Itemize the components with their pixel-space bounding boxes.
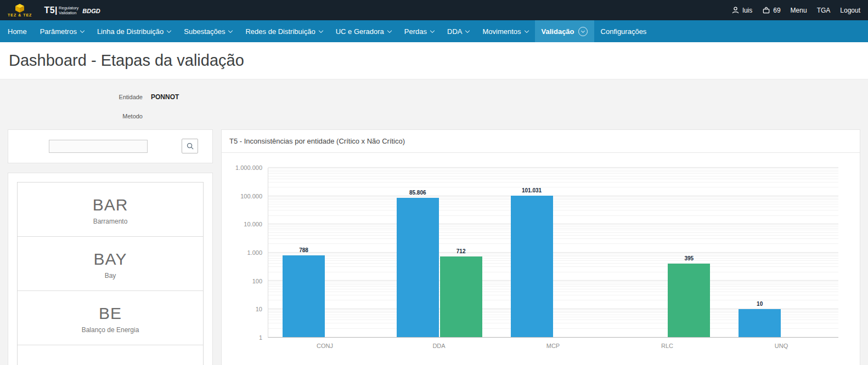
metodo-label: Metodo	[0, 113, 143, 119]
nav-item-label: Redes de Distribuição	[245, 27, 315, 36]
chevron-down-icon	[318, 28, 323, 32]
nav-item-label: Configurações	[601, 27, 647, 36]
page-title: Dashboard - Etapas da validação	[9, 52, 244, 70]
chart-plot: 78885.806712101.03139510	[268, 168, 838, 338]
nav-item-label: Movimentos	[482, 27, 521, 36]
bar-value-label: 10	[757, 301, 763, 307]
entity-list-card: BARBarramentoBAYBayBEBalanço de Energia	[8, 173, 213, 365]
menu-button[interactable]: Menu	[791, 7, 807, 14]
chart-title: T5 - Inconsistências por entidade (Críti…	[222, 130, 860, 153]
nav-item-redes-de-distribuicao[interactable]: Redes de Distribuição	[239, 20, 329, 42]
product-subtitle: Regulatory Validation	[59, 5, 78, 15]
entity-item-bay[interactable]: BAYBay	[18, 237, 203, 291]
chart-card: T5 - Inconsistências por entidade (Críti…	[221, 129, 860, 365]
nav-item-label: UC e Geradora	[336, 27, 384, 36]
nav-item-label: Home	[8, 27, 27, 36]
nav-item-linha-de-distribuicao[interactable]: Linha de Distribuição	[91, 20, 177, 42]
x-category-label: MCP	[496, 343, 610, 349]
y-tick-label: 1	[259, 334, 262, 341]
product-subtitle-line1: Regulatory	[59, 5, 78, 10]
search-input[interactable]	[49, 140, 148, 153]
nav-item-dda[interactable]: DDA	[441, 20, 476, 42]
chevron-down-icon	[524, 28, 528, 32]
product-tag: BDGD	[82, 8, 100, 15]
nav-item-uc-e-geradora[interactable]: UC e Geradora	[329, 20, 398, 42]
bar-value-label: 101.031	[522, 187, 542, 193]
entity-name: Balanço de Energia	[18, 326, 203, 334]
chart-body: 1101001.00010.000100.0001.000.000 78885.…	[222, 168, 860, 365]
search-button[interactable]	[182, 139, 198, 153]
chevron-down-icon	[80, 28, 84, 32]
brand-logo[interactable]: TEZ & TEZ	[8, 4, 32, 17]
y-tick-label: 10	[256, 306, 262, 312]
bar-value-label: 85.806	[409, 190, 426, 196]
logout-label: Logout	[840, 7, 860, 14]
entidade-value: PONNOT	[151, 93, 179, 101]
bar-conj-critico[interactable]: 788	[283, 255, 325, 337]
bar-mcp-critico[interactable]: 101.031	[511, 196, 553, 337]
chevron-down-icon	[387, 28, 392, 32]
bar-value-label: 788	[299, 247, 308, 253]
nav-item-label: Subestações	[184, 27, 225, 36]
bar-dda-nao-critico[interactable]: 712	[440, 256, 482, 337]
notification-count: 69	[773, 7, 780, 14]
bar-group-dda: 85.806712	[382, 168, 497, 337]
product-subtitle-line2: Validation	[59, 10, 78, 15]
chevron-down-icon	[228, 28, 233, 32]
cube-logo-icon	[15, 4, 24, 13]
chevron-down-icon	[465, 28, 470, 32]
entity-item-bar[interactable]: BARBarramento	[18, 182, 203, 237]
y-tick-label: 100	[252, 278, 262, 284]
x-category-label: CONJ	[268, 343, 382, 349]
entidade-label: Entidade	[0, 94, 143, 100]
nav-item-configuracoes[interactable]: Configurações	[594, 20, 653, 42]
nav-item-subestacoes[interactable]: Subestações	[177, 20, 239, 42]
product-logo: T5| Regulatory Validation BDGD	[44, 5, 100, 15]
bar-rlc-nao-critico[interactable]: 395	[668, 264, 710, 337]
nav-item-label: Parâmetros	[40, 27, 77, 36]
nav: HomeParâmetrosLinha de DistribuiçãoSubes…	[0, 20, 868, 42]
chevron-down-icon	[430, 28, 435, 32]
bar-value-label: 712	[456, 248, 466, 254]
y-tick-label: 1.000.000	[235, 164, 262, 171]
nav-item-label: Linha de Distribuição	[97, 27, 164, 36]
entity-name: Barramento	[18, 218, 203, 225]
user-menu[interactable]: luis	[731, 6, 752, 14]
bar-unq-critico[interactable]: 10	[739, 309, 781, 338]
nav-item-label: Validação	[542, 27, 574, 36]
user-icon	[731, 6, 740, 14]
product-code: T5|	[44, 5, 58, 15]
search-icon	[186, 142, 194, 150]
brand-text: TEZ & TEZ	[8, 13, 32, 17]
bar-value-label: 395	[684, 255, 694, 261]
page-header: Dashboard - Etapas da validação	[0, 42, 868, 79]
filter-metodo: Metodo	[0, 113, 151, 119]
nav-item-validacao[interactable]: Validação	[535, 20, 594, 42]
nav-item-movimentos[interactable]: Movimentos	[476, 20, 534, 42]
entity-code: BAR	[18, 196, 203, 214]
x-category-label: UNQ	[724, 343, 838, 349]
notifications[interactable]: 69	[762, 6, 780, 14]
entity-item-be[interactable]: BEBalanço de Energia	[18, 291, 203, 345]
entity-code: BE	[18, 304, 203, 323]
tga-button[interactable]: TGA	[817, 7, 831, 14]
entity-list: BARBarramentoBAYBayBEBalanço de Energia	[17, 182, 204, 365]
chevron-down-icon	[580, 28, 584, 32]
bar-group-conj: 788	[268, 168, 382, 337]
logout-button[interactable]: Logout	[840, 7, 860, 14]
y-tick-label: 100.000	[240, 193, 262, 199]
nav-item-home[interactable]: Home	[1, 20, 33, 42]
nav-item-perdas[interactable]: Perdas	[398, 20, 441, 42]
user-name: luis	[742, 7, 752, 14]
entity-name: Bay	[18, 272, 203, 280]
tga-label: TGA	[817, 7, 831, 14]
nav-item-parametros[interactable]: Parâmetros	[33, 20, 91, 42]
chevron-down-icon	[167, 28, 171, 32]
bar-dda-critico[interactable]: 85.806	[397, 198, 439, 337]
chart-y-axis: 1101001.00010.000100.0001.000.000	[222, 168, 262, 338]
nav-item-label: Perdas	[404, 27, 427, 36]
y-tick-label: 10.000	[244, 221, 262, 227]
bar-group-rlc: 395	[610, 168, 724, 337]
entity-code: BAY	[18, 250, 203, 269]
x-category-label: RLC	[610, 343, 724, 349]
